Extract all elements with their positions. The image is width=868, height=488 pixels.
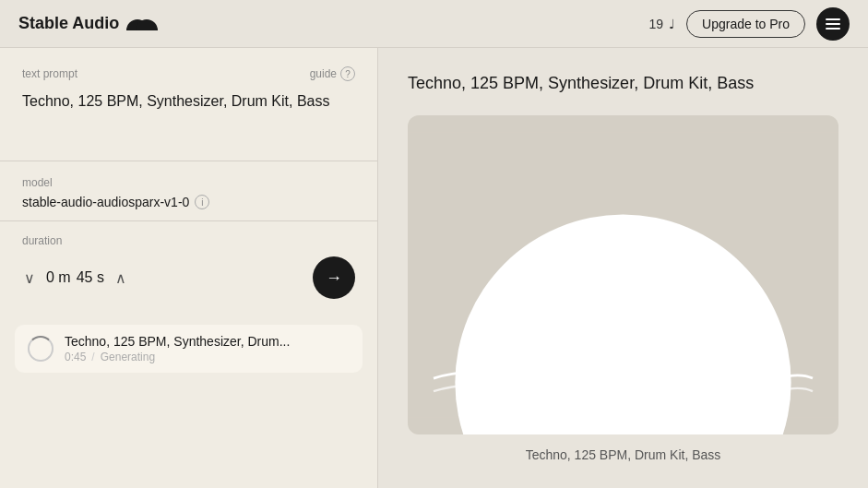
model-value-row: stable-audio-audiosparx-v1-0 i <box>22 195 355 209</box>
upgrade-button[interactable]: Upgrade to Pro <box>686 10 805 38</box>
menu-line-3 <box>826 28 840 30</box>
track-duration: 0:45 <box>65 351 86 363</box>
menu-line-1 <box>826 18 840 20</box>
duration-left: ∨ 0 m 45 s ∧ <box>22 268 128 289</box>
logo-icon <box>126 14 158 34</box>
track-title: Techno, 125 BPM, Synthesizer, Drum Kit, … <box>408 74 838 93</box>
app-header: Stable Audio 19 ♩ Upgrade to Pro <box>0 0 868 48</box>
duration-decrease-button[interactable]: ∨ <box>22 268 37 289</box>
model-section: model stable-audio-audiosparx-v1-0 i <box>0 161 377 221</box>
duration-section: duration ∨ 0 m 45 s ∧ → <box>0 221 377 314</box>
guide-text: guide <box>310 67 337 80</box>
main-content: text prompt guide ? Techno, 125 BPM, Syn… <box>0 48 868 488</box>
duration-label: duration <box>22 234 355 247</box>
track-info: Techno, 125 BPM, Synthesizer, Drum... 0:… <box>65 334 350 363</box>
track-status: Generating <box>101 351 155 363</box>
generate-button[interactable]: → <box>313 256 355 299</box>
guide-icon: ? <box>340 66 355 81</box>
duration-seconds: 45 s <box>77 269 104 286</box>
logo-area: Stable Audio <box>18 14 648 34</box>
left-panel: text prompt guide ? Techno, 125 BPM, Syn… <box>0 48 378 488</box>
right-panel: Techno, 125 BPM, Synthesizer, Drum Kit, … <box>378 48 868 488</box>
credits-display: 19 ♩ <box>648 17 675 31</box>
prompt-text[interactable]: Techno, 125 BPM, Synthesizer, Drum Kit, … <box>22 90 355 146</box>
model-label: model <box>22 176 355 189</box>
credits-count: 19 <box>648 17 663 31</box>
music-note-icon: ♩ <box>669 17 675 31</box>
track-separator: / <box>91 351 94 363</box>
generate-arrow-icon: → <box>326 268 342 288</box>
track-spinner-icon <box>28 336 54 362</box>
track-item[interactable]: Techno, 125 BPM, Synthesizer, Drum... 0:… <box>15 325 363 373</box>
menu-line-2 <box>826 23 840 25</box>
artwork-caption: Techno, 125 BPM, Drum Kit, Bass <box>408 447 838 462</box>
duration-increase-button[interactable]: ∧ <box>113 268 128 289</box>
artwork-container <box>408 115 838 434</box>
prompt-label: text prompt <box>22 67 77 80</box>
app-title: Stable Audio <box>18 14 119 33</box>
guide-link[interactable]: guide ? <box>310 66 355 81</box>
track-meta: 0:45 / Generating <box>65 351 350 363</box>
artwork-svg <box>408 115 838 434</box>
menu-button[interactable] <box>816 7 850 41</box>
model-info-icon[interactable]: i <box>195 195 209 209</box>
tracks-section: Techno, 125 BPM, Synthesizer, Drum... 0:… <box>0 314 377 488</box>
duration-value: 0 m 45 s <box>46 269 104 286</box>
header-right: 19 ♩ Upgrade to Pro <box>648 7 850 41</box>
duration-minutes: 0 m <box>46 269 71 286</box>
prompt-header: text prompt guide ? <box>22 66 355 81</box>
prompt-section: text prompt guide ? Techno, 125 BPM, Syn… <box>0 48 377 161</box>
track-name: Techno, 125 BPM, Synthesizer, Drum... <box>65 334 350 349</box>
duration-controls: ∨ 0 m 45 s ∧ → <box>22 256 355 299</box>
model-name: stable-audio-audiosparx-v1-0 <box>22 195 189 209</box>
